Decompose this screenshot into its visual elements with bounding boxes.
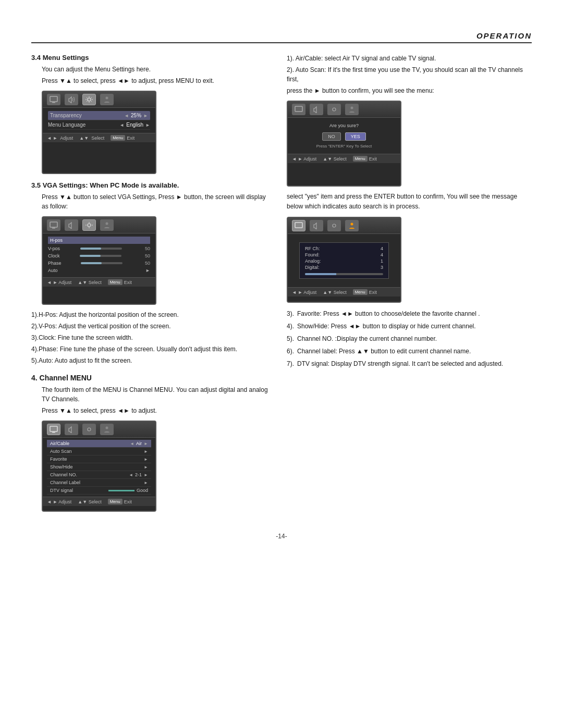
left-column: 3.4 Menu Settings You can adjust the Men… (31, 54, 271, 517)
tv-screen-channel: Air/Cable ◄ Air ► Auto Scan ► Favorite ► (42, 421, 156, 512)
control-bar-dialog: ◄ ► Adjust ▲▼ Select Menu Exit (288, 154, 400, 163)
menu-content-1: Transparency ◄ 25% ► Menu Language ◄ (43, 108, 155, 133)
icon-settings-ch (82, 424, 96, 435)
right-item1: 1). Air/Cable: select Air TV signal and … (287, 54, 527, 63)
page-number: -14- (31, 533, 532, 540)
icon-bar-1 (43, 92, 155, 108)
icon-person-vga (100, 219, 114, 231)
channel-row-aircable: Air/Cable ◄ Air ► (47, 440, 151, 448)
svg-point-7 (106, 223, 108, 225)
icon-settings (82, 94, 96, 105)
scan-rfch: RF Ch: 4 (305, 246, 383, 251)
clock-slider (80, 255, 121, 257)
icon-sound-scan (310, 220, 323, 231)
vga-menu-content: H-pos V-pos 50 Clock 50 Phase (43, 233, 155, 277)
channel-row-favorite: Favorite ► (47, 455, 151, 463)
channel-row-channellabel: Channel Label ► (47, 479, 151, 487)
control-bar-1: ◄ ► Adjust ▲▼ Select Menu Exit (43, 133, 155, 142)
scan-digital: Digital: 3 (305, 265, 383, 270)
icon-person (100, 94, 114, 105)
header-title: OPERATION (476, 31, 532, 40)
svg-point-16 (333, 224, 336, 227)
channel-menu-content: Air/Cable ◄ Air ► Auto Scan ► Favorite ► (43, 438, 155, 497)
section-4-para2: Press ▼▲ to select, press ◄► to adjust. (31, 406, 271, 415)
svg-point-6 (88, 224, 91, 227)
autoscan-para: select "yes" item and press the ENTER bu… (287, 192, 527, 212)
icon-person-ch (100, 424, 114, 435)
menu-row-transparency: Transparency ◄ 25% ► (48, 111, 150, 120)
svg-point-13 (333, 108, 336, 111)
svg-point-10 (88, 428, 91, 431)
svg-rect-4 (50, 222, 57, 227)
section-4-heading: 4. Channel MENU (31, 374, 271, 382)
icon-sound-dlg (310, 104, 323, 115)
section-35-para1: Press ▼▲ button to select VGA Settings, … (31, 192, 271, 211)
icon-settings-vga (82, 219, 96, 231)
svg-point-14 (351, 107, 353, 109)
icon-bar-scan (288, 218, 400, 234)
list-item-3: 3). Favorite: Press ◄► button to choose/… (287, 309, 527, 318)
scan-found: Found: 4 (305, 252, 383, 257)
section-35: 3.5 VGA Settings: When PC Mode is availa… (31, 181, 271, 365)
icon-settings-dlg (327, 104, 341, 115)
icon-picture-dlg (292, 104, 305, 115)
header-bar: OPERATION (31, 31, 532, 43)
svg-point-3 (106, 97, 108, 100)
scan-analog: Analog: 1 (305, 258, 383, 264)
channel-row-autoscan: Auto Scan ► (47, 448, 151, 455)
vga-bullet-4: 4).Phase: Fine tune the phase of the scr… (31, 344, 271, 354)
page-container: OPERATION 3.4 Menu Settings You can adju… (0, 0, 563, 728)
scan-progress-bar (305, 273, 383, 275)
list-item-7: 7). DTV signal: Display DTV strength sig… (287, 359, 527, 368)
list-item-5: 5). Channel NO. :Display the current cha… (287, 334, 527, 343)
items-3-to-7: 3). Favorite: Press ◄► button to choose/… (287, 309, 527, 368)
section-34-heading: 3.4 Menu Settings (31, 54, 271, 61)
svg-rect-0 (50, 96, 57, 102)
icon-bar-vga (43, 217, 155, 233)
section-4: 4. Channel MENU The fourth item of the M… (31, 374, 271, 512)
tv-screen-dialog: Are you sure? NO YES Press "ENTER" Key T… (287, 101, 401, 187)
svg-rect-1 (52, 102, 55, 103)
scan-content: RF Ch: 4 Found: 4 Analog: 1 Digital: (288, 234, 400, 287)
dialog-question: Are you sure? (329, 123, 359, 128)
right-item2-2: press the ► button to confirm, you will … (287, 86, 527, 95)
svg-rect-5 (52, 228, 55, 229)
control-bar-vga: ◄ ► Adjust ▲▼ Select Menu Exit (43, 277, 155, 287)
vpos-row: V-pos 50 (48, 245, 150, 252)
dialog-content: Are you sure? NO YES Press "ENTER" Key T… (288, 118, 400, 154)
tv-screen-scan: RF Ch: 4 Found: 4 Analog: 1 Digital: (287, 217, 401, 303)
control-bar-channel: ◄ ► Adjust ▲▼ Select Menu Exit (43, 497, 155, 506)
icon-person-scan (345, 220, 359, 231)
icon-bar-dialog (288, 102, 400, 118)
section-4-para1: The fourth item of the MENU is Channel M… (31, 385, 271, 404)
svg-rect-12 (295, 106, 302, 112)
auto-row: Auto ► (48, 267, 150, 274)
icon-picture-ch (47, 424, 60, 435)
svg-point-17 (351, 223, 353, 226)
icon-picture-scan (292, 220, 305, 231)
icon-sound (65, 94, 78, 105)
vpos-slider (80, 248, 122, 250)
hpos-label: H-pos (48, 237, 150, 244)
dialog-buttons: NO YES (322, 132, 366, 141)
svg-rect-15 (295, 223, 302, 228)
phase-slider (81, 262, 123, 264)
svg-point-11 (106, 427, 108, 429)
dialog-btn-yes: YES (345, 132, 366, 141)
svg-rect-9 (52, 432, 55, 433)
list-item-4: 4). Show/Hide: Press ◄► button to displa… (287, 322, 527, 331)
vga-bullet-list: 1).H-Pos: Adjust the horizontal position… (31, 310, 271, 365)
icon-sound-ch (65, 424, 78, 435)
dialog-btn-no: NO (322, 132, 341, 141)
vga-bullet-3: 3).Clock: Fine tune the screen width. (31, 333, 271, 342)
section-35-heading: 3.5 VGA Settings: When PC Mode is availa… (31, 181, 271, 189)
scan-result-box: RF Ch: 4 Found: 4 Analog: 1 Digital: (299, 242, 389, 279)
right-item2-1: 2). Auto Scan: If it's the first time yo… (287, 65, 527, 84)
menu-row-language: Menu Language ◄ English ► (48, 120, 150, 130)
svg-point-2 (88, 98, 91, 101)
tv-screen-menu: Transparency ◄ 25% ► Menu Language ◄ (42, 91, 156, 174)
phase-row: Phase 50 (48, 260, 150, 267)
list-item-6: 6). Channel label: Press ▲▼ button to ed… (287, 347, 527, 356)
content-columns: 3.4 Menu Settings You can adjust the Men… (31, 54, 532, 517)
scan-progress-fill (305, 273, 336, 275)
